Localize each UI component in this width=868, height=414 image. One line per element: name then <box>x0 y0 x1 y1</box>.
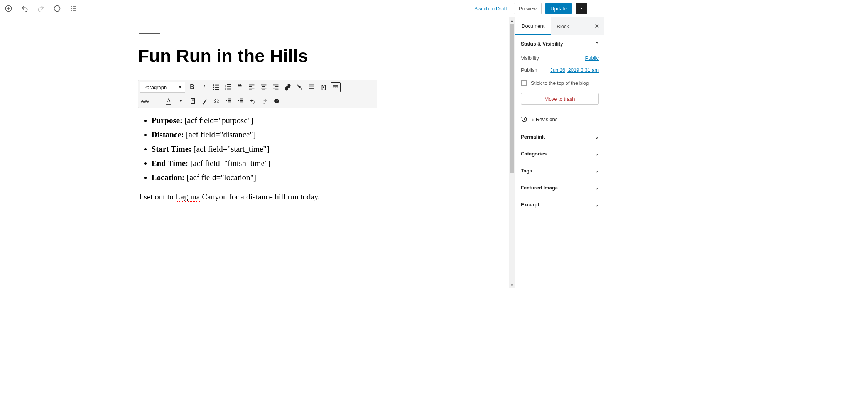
acf-icon[interactable]: [•] <box>319 82 329 92</box>
undo-icon[interactable] <box>20 4 29 13</box>
publish-value[interactable]: Jun 26, 2019 3:31 am <box>550 67 599 73</box>
outline-icon[interactable] <box>69 4 78 13</box>
chevron-up-icon: ⌃ <box>595 41 599 47</box>
scroll-thumb[interactable] <box>510 24 514 173</box>
svg-rect-34 <box>333 85 338 85</box>
editor-scrollbar[interactable]: ▲ ▼ <box>509 17 515 288</box>
preview-button[interactable]: Preview <box>514 3 542 14</box>
list-item: Distance: [acf field="distance"] <box>152 130 377 140</box>
svg-rect-35 <box>333 86 338 86</box>
panel-featured-image[interactable]: Featured Image⌄ <box>515 179 604 196</box>
outdent-icon[interactable] <box>224 96 234 106</box>
svg-rect-46 <box>240 100 243 101</box>
svg-rect-40 <box>192 98 194 99</box>
bullet-list[interactable]: Purpose: [acf field="purpose"] Distance:… <box>138 116 377 182</box>
italic-icon[interactable]: I <box>199 82 209 92</box>
panel-excerpt[interactable]: Excerpt⌄ <box>515 196 604 213</box>
svg-point-7 <box>213 84 214 86</box>
visibility-value[interactable]: Public <box>585 55 599 61</box>
numbered-list-icon[interactable]: 123 <box>223 82 233 92</box>
indent-icon[interactable] <box>236 96 246 106</box>
history-icon <box>521 116 528 123</box>
svg-rect-42 <box>228 99 231 100</box>
close-sidebar-icon[interactable]: ✕ <box>590 17 604 35</box>
scroll-down-icon[interactable]: ▼ <box>509 282 515 288</box>
panel-status: Status & Visibility⌃ VisibilityPublic Pu… <box>515 35 604 110</box>
classic-editor-block[interactable]: Paragraph▼ B I 123 ❝ [•] <box>138 80 377 108</box>
move-to-trash-button[interactable]: Move to trash <box>521 93 599 105</box>
svg-rect-12 <box>215 89 219 90</box>
svg-point-11 <box>213 89 214 90</box>
panel-permalink[interactable]: Permalink⌄ <box>515 128 604 145</box>
svg-rect-45 <box>240 99 243 100</box>
clear-format-icon[interactable] <box>200 96 210 106</box>
chevron-down-icon: ⌄ <box>595 134 599 140</box>
bold-icon[interactable]: B <box>187 82 197 92</box>
stick-checkbox-row[interactable]: Stick to the top of the blog <box>521 76 599 90</box>
special-char-icon[interactable]: Ω <box>212 96 222 106</box>
post-title[interactable]: Fun Run in the Hills <box>138 45 377 66</box>
info-icon[interactable] <box>52 4 62 13</box>
list-item: Location: [acf field="location"] <box>152 173 377 182</box>
svg-rect-3 <box>57 8 57 10</box>
text-color-caret-icon[interactable]: ▼ <box>176 96 186 106</box>
chevron-down-icon: ⌄ <box>595 168 599 174</box>
unlink-icon[interactable] <box>295 82 305 92</box>
chevron-down-icon: ⌄ <box>595 151 599 157</box>
svg-rect-21 <box>249 88 254 89</box>
list-item: Start Time: [acf field="start_time"] <box>152 144 377 154</box>
revisions-row[interactable]: 6 Revisions <box>515 110 604 128</box>
more-menu-icon[interactable] <box>591 3 600 14</box>
svg-text:T: T <box>192 100 194 103</box>
svg-rect-30 <box>275 90 279 90</box>
visibility-label: Visibility <box>521 55 539 61</box>
panel-categories[interactable]: Categories⌄ <box>515 145 604 162</box>
svg-rect-26 <box>262 90 265 90</box>
svg-text:?: ? <box>275 99 277 103</box>
align-left-icon[interactable] <box>247 82 257 92</box>
svg-rect-22 <box>249 90 252 90</box>
editor-canvas[interactable]: Fun Run in the Hills Paragraph▼ B I 123 … <box>0 17 515 288</box>
switch-to-draft-button[interactable]: Switch to Draft <box>471 6 510 12</box>
blockquote-icon[interactable]: ❝ <box>235 82 245 92</box>
top-toolbar: Switch to Draft Preview Update <box>0 0 604 17</box>
svg-rect-43 <box>228 100 231 101</box>
toolbar-toggle-icon[interactable] <box>331 82 341 92</box>
svg-point-9 <box>213 87 214 88</box>
redo-icon <box>36 4 46 13</box>
text-color-icon[interactable]: A <box>164 96 174 106</box>
paragraph-dropdown[interactable]: Paragraph▼ <box>140 82 186 93</box>
svg-rect-37 <box>335 88 336 88</box>
checkbox-icon[interactable] <box>521 80 527 86</box>
svg-rect-28 <box>275 86 279 87</box>
settings-gear-button[interactable] <box>576 3 587 14</box>
svg-rect-36 <box>334 88 335 88</box>
tab-document[interactable]: Document <box>515 17 551 35</box>
sidebar-tabs: Document Block ✕ <box>515 17 604 35</box>
paste-text-icon[interactable]: T <box>188 96 198 106</box>
panel-tags[interactable]: Tags⌄ <box>515 162 604 179</box>
align-right-icon[interactable] <box>271 82 281 92</box>
hr-icon[interactable] <box>152 96 162 106</box>
body-paragraph[interactable]: I set out to Laguna Canyon for a distanc… <box>139 192 377 202</box>
scroll-up-icon[interactable]: ▲ <box>509 17 515 24</box>
align-center-icon[interactable] <box>259 82 269 92</box>
insert-more-icon[interactable] <box>307 82 317 92</box>
strikethrough-icon[interactable]: ABC <box>140 96 150 106</box>
classic-toolbar: Paragraph▼ B I 123 ❝ [•] <box>138 80 377 108</box>
add-block-icon[interactable] <box>4 4 13 13</box>
svg-point-2 <box>57 7 57 8</box>
list-item: End Time: [acf field="finish_time"] <box>152 159 377 168</box>
redo-tool-icon <box>260 96 270 106</box>
chevron-down-icon: ⌄ <box>595 202 599 208</box>
help-icon[interactable]: ? <box>272 96 282 106</box>
chevron-down-icon: ⌄ <box>595 185 599 191</box>
svg-rect-24 <box>262 86 265 87</box>
update-button[interactable]: Update <box>545 3 572 14</box>
link-icon[interactable] <box>283 82 293 92</box>
svg-rect-38 <box>337 88 338 88</box>
tab-block[interactable]: Block <box>551 17 575 35</box>
bullet-list-icon[interactable] <box>211 82 221 92</box>
undo-tool-icon[interactable] <box>248 96 258 106</box>
panel-status-header[interactable]: Status & Visibility⌃ <box>515 35 604 52</box>
